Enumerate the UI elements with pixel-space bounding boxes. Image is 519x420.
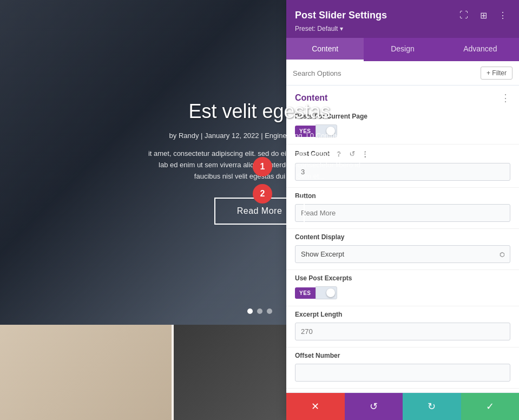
- save-button[interactable]: ✓: [461, 393, 520, 420]
- excerpt-length-input[interactable]: [295, 323, 510, 340]
- fullscreen-icon[interactable]: ⛶: [456, 8, 471, 23]
- preset-label: Preset: Default: [295, 25, 338, 32]
- slider-title: Est velit egestas: [146, 100, 373, 123]
- panel-preset[interactable]: Preset: Default ▾: [295, 25, 510, 32]
- preset-arrow: ▾: [340, 25, 343, 32]
- field-offset-number: Offset Number: [286, 347, 519, 389]
- tab-design[interactable]: Design: [364, 38, 441, 61]
- slider-meta: by Randy | January 12, 2022 | Engineerin…: [146, 132, 373, 140]
- toggle-yes-excerpts: YES: [295, 287, 316, 299]
- panel-tabs: Content Design Advanced: [286, 38, 519, 61]
- field-use-post-excerpts: Use Post Excerpts YES: [286, 270, 519, 306]
- columns-icon[interactable]: ⊞: [476, 8, 491, 23]
- field-label-content-display: Content Display: [295, 233, 510, 241]
- tab-advanced[interactable]: Advanced: [442, 38, 519, 61]
- dot-1[interactable]: [247, 309, 253, 314]
- content-display-select-wrap: Show Excerpt Show Full Content Show None…: [295, 245, 510, 263]
- slider-dots: [247, 309, 272, 314]
- field-label-offset-number: Offset Number: [295, 352, 510, 359]
- panel-search-bar: + Filter: [286, 61, 519, 86]
- panel-header: Post Slider Settings ⛶ ⊞ ⋮ Preset: Defau…: [286, 0, 519, 38]
- action-bar: ✕ ↺ ↻ ✓: [286, 392, 519, 420]
- step-circle-1: 1: [253, 157, 272, 176]
- more-options-icon[interactable]: ⋮: [495, 8, 510, 23]
- field-label-use-post-excerpts: Use Post Excerpts: [295, 274, 510, 282]
- main-container: Est velit egestas by Randy | January 12,…: [0, 0, 519, 420]
- dot-3[interactable]: [267, 309, 272, 314]
- undo-button[interactable]: ↺: [345, 393, 403, 420]
- field-label-excerpt-length: Excerpt Length: [295, 311, 510, 318]
- filter-button[interactable]: + Filter: [481, 67, 513, 80]
- field-excerpt-length: Excerpt Length: [286, 306, 519, 347]
- redo-button[interactable]: ↻: [403, 393, 461, 420]
- dot-2[interactable]: [257, 309, 262, 314]
- search-input[interactable]: [293, 69, 476, 77]
- field-content-display: Content Display Show Excerpt Show Full C…: [286, 229, 519, 270]
- toggle-track-excerpts[interactable]: [316, 286, 337, 299]
- toggle-use-excerpts: YES: [295, 286, 510, 299]
- panel-header-top: Post Slider Settings ⛶ ⊞ ⋮: [295, 8, 510, 23]
- step-circle-2: 2: [253, 184, 272, 204]
- offset-number-input[interactable]: [295, 364, 510, 382]
- content-display-select[interactable]: Show Excerpt Show Full Content Show None: [295, 245, 510, 263]
- cancel-button[interactable]: ✕: [286, 393, 345, 420]
- tab-content[interactable]: Content: [286, 38, 364, 61]
- toggle-thumb-excerpts: [326, 288, 335, 297]
- panel-header-icons: ⛶ ⊞ ⋮: [456, 8, 510, 23]
- section-options-icon[interactable]: ⋮: [501, 92, 510, 104]
- thumbnail-1: [0, 325, 172, 420]
- panel-title: Post Slider Settings: [295, 10, 387, 21]
